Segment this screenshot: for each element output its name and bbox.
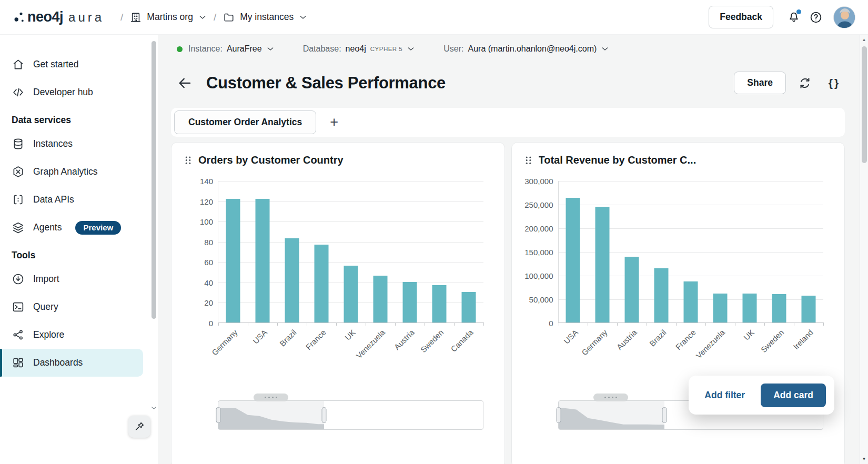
sidebar-scrollbar-thumb[interactable] — [152, 41, 156, 319]
bar-chart-revenue: 050,000100,000150,000200,000250,000300,0… — [524, 175, 832, 360]
datazoom-handle-left[interactable] — [216, 407, 221, 423]
x-axis-tick — [483, 322, 484, 326]
code-braces-button[interactable]: {} — [824, 73, 845, 94]
back-button[interactable] — [177, 74, 195, 92]
grip-dot — [272, 397, 274, 398]
breadcrumb-separator: / — [214, 12, 216, 23]
tab-customer-order-analytics[interactable]: Customer Order Analytics — [174, 110, 316, 134]
datazoom-window[interactable] — [559, 401, 664, 429]
breadcrumb-project[interactable]: My instances — [223, 12, 307, 23]
scroll-down-arrow-icon[interactable]: ▼ — [860, 457, 868, 461]
bar — [226, 199, 240, 322]
main-scrollbar-thumb[interactable] — [862, 46, 867, 163]
datazoom-slider[interactable] — [218, 394, 483, 441]
preview-badge: Preview — [75, 221, 121, 235]
x-axis-tick — [794, 322, 794, 326]
refresh-button[interactable] — [794, 73, 815, 94]
datazoom-track[interactable] — [218, 400, 483, 430]
y-axis-label: 120 — [181, 197, 213, 206]
dashboard-actions-popup: Add filter Add card — [689, 376, 834, 415]
x-axis-tick — [336, 322, 337, 326]
user-avatar[interactable] — [833, 6, 855, 28]
add-card-button[interactable]: Add card — [761, 384, 826, 407]
x-axis-tick — [218, 322, 219, 326]
bar — [402, 282, 417, 322]
sidebar-item-data-apis[interactable]: Data APIs — [0, 186, 158, 214]
scroll-up-arrow-icon[interactable]: ▲ — [860, 37, 868, 42]
plot-area: 020406080100120140GermanyUSABrazilFrance… — [218, 181, 483, 323]
instance-selector[interactable]: Instance: AuraFree — [177, 44, 275, 54]
sidebar-item-get-started[interactable]: Get started — [0, 51, 158, 78]
gridline — [218, 181, 483, 181]
database-selector[interactable]: Database: neo4j CYPHER 5 — [303, 44, 416, 54]
sidebar-item-query[interactable]: Query — [0, 293, 158, 321]
bar — [461, 292, 476, 322]
sidebar-item-instances[interactable]: Instances — [0, 130, 158, 158]
chevron-down-icon — [601, 45, 609, 53]
bar — [255, 199, 269, 322]
add-tab-button[interactable]: + — [325, 114, 344, 130]
building-icon — [130, 12, 142, 23]
top-bar: neo4j aura / Martins org / My instances … — [0, 0, 868, 35]
sidebar-item-label: Data APIs — [33, 194, 74, 205]
x-axis-tick — [617, 322, 618, 326]
gridline — [559, 181, 824, 181]
sidebar-item-developer-hub[interactable]: Developer hub — [0, 78, 158, 106]
datazoom-series-shadow — [218, 401, 324, 429]
breadcrumb-org[interactable]: Martins org — [130, 12, 207, 23]
share-button[interactable]: Share — [734, 72, 786, 94]
main-content: Instance: AuraFree Database: neo4j CYPHE… — [158, 35, 860, 464]
y-axis-label: 250,000 — [522, 200, 553, 209]
sidebar-item-label: Import — [33, 274, 59, 285]
drag-handle-icon[interactable] — [524, 156, 532, 165]
card-revenue-by-country: Total Revenue by Customer C... 050,00010… — [511, 142, 845, 464]
hexagon-x-icon — [12, 165, 25, 178]
sidebar-scrollbar[interactable] — [150, 37, 157, 411]
database-label: Database: — [303, 44, 341, 54]
datazoom-handle-right[interactable] — [322, 407, 327, 423]
datazoom-move-handle[interactable] — [593, 394, 628, 401]
datazoom-move-handle[interactable] — [254, 394, 288, 401]
breadcrumb-project-label: My instances — [240, 12, 294, 23]
feedback-button[interactable]: Feedback — [709, 6, 773, 28]
bar — [285, 238, 299, 322]
bar — [625, 257, 639, 322]
sidebar-item-label: Graph Analytics — [33, 166, 98, 177]
sidebar-item-label: Query — [33, 301, 58, 312]
datazoom-handle-right[interactable] — [662, 407, 667, 423]
x-axis-tick — [425, 322, 425, 326]
y-axis-label: 0 — [181, 319, 213, 328]
notifications-button[interactable] — [783, 6, 805, 28]
y-axis-label: 20 — [181, 298, 213, 307]
question-circle-icon — [809, 11, 823, 24]
card-title: Orders by Customer Country — [198, 154, 344, 166]
y-axis-label: 0 — [522, 319, 553, 328]
user-selector[interactable]: User: Aura (martin.ohanlon@neo4j.com) — [443, 44, 609, 54]
sidebar-item-explore[interactable]: Explore — [0, 321, 158, 349]
y-axis-label: 150,000 — [522, 248, 553, 257]
pin-sidebar-button[interactable] — [128, 416, 150, 438]
datazoom-window[interactable] — [218, 401, 324, 429]
sidebar-item-dashboards[interactable]: Dashboards — [0, 349, 143, 377]
brackets-dots-icon — [12, 193, 25, 206]
sidebar-item-graph-analytics[interactable]: Graph Analytics — [0, 158, 158, 186]
y-axis-label: 100 — [181, 217, 213, 226]
sidebar-item-label: Agents — [33, 222, 62, 233]
x-axis-tick — [647, 322, 647, 326]
bar — [713, 294, 728, 322]
datazoom-handle-left[interactable] — [556, 407, 561, 423]
card-title: Total Revenue by Customer C... — [539, 154, 697, 166]
drag-handle-icon[interactable] — [184, 156, 192, 165]
pushpin-icon — [134, 421, 145, 432]
layers-icon — [12, 221, 25, 234]
scroll-down-chevron-icon[interactable] — [150, 405, 157, 411]
sidebar-item-import[interactable]: Import — [0, 265, 158, 293]
grip-dot — [276, 397, 277, 398]
database-value: neo4j — [346, 44, 366, 54]
main-scrollbar[interactable]: ▲ ▼ — [860, 35, 868, 464]
help-button[interactable] — [805, 6, 827, 28]
grip-dot — [615, 397, 617, 398]
sidebar-item-agents[interactable]: Agents Preview — [0, 214, 158, 241]
notification-dot — [796, 9, 801, 14]
add-filter-button[interactable]: Add filter — [704, 390, 745, 401]
